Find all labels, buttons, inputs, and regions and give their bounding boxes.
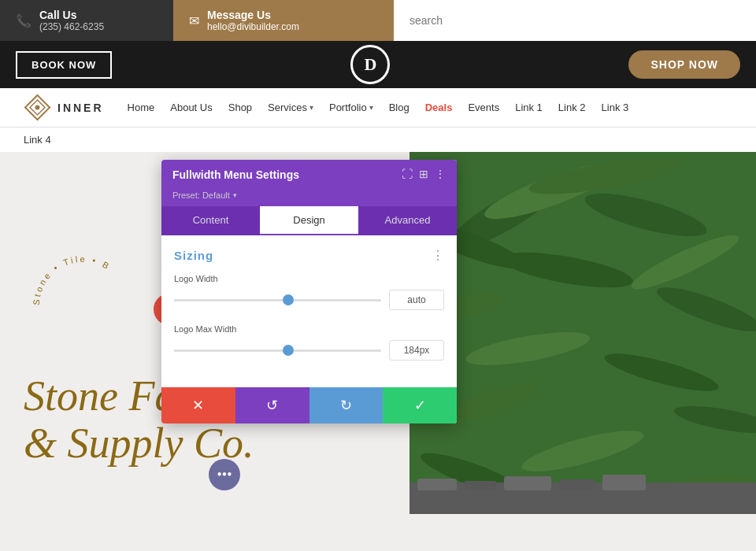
panel-preset[interactable]: Preset: Default ▾ <box>161 189 457 206</box>
tab-content[interactable]: Content <box>161 206 260 235</box>
logo-max-width-controls <box>174 340 444 361</box>
services-chevron: ▾ <box>309 88 313 128</box>
logo-max-width-slider[interactable] <box>174 349 381 352</box>
logo-max-width-input[interactable] <box>389 340 444 361</box>
book-now-button[interactable]: BOOK NOW <box>16 51 112 79</box>
svg-point-0 <box>35 105 40 110</box>
logo-icon <box>24 94 51 121</box>
panel-tabs: Content Design Advanced <box>161 206 457 235</box>
phone-label: Call Us <box>39 9 104 21</box>
search-area[interactable] <box>394 0 756 41</box>
plant-image <box>410 152 756 514</box>
logo-width-slider[interactable] <box>174 299 381 301</box>
nav-item-portfolio[interactable]: Portfolio ▾ <box>321 88 381 128</box>
email-icon: ✉ <box>189 13 199 28</box>
nav-item-deals[interactable]: Deals <box>417 88 461 128</box>
divi-logo: D <box>350 45 390 84</box>
email-contact: ✉ Message Us hello@divibuilder.com <box>173 0 394 41</box>
nav-logo-text: INNER <box>57 102 104 114</box>
nav-item-link3[interactable]: Link 3 <box>594 88 637 128</box>
header-bar: BOOK NOW D SHOP NOW <box>0 41 756 88</box>
tab-design[interactable]: Design <box>260 206 358 235</box>
logo-width-thumb[interactable] <box>283 294 294 305</box>
section-header-sizing: Sizing ⋮ <box>174 248 444 263</box>
nav-item-link1[interactable]: Link 1 <box>507 88 550 128</box>
cancel-icon: ✕ <box>192 397 204 414</box>
section-title-sizing: Sizing <box>174 249 213 262</box>
svg-rect-23 <box>602 475 646 490</box>
email-label: Message Us <box>207 9 299 21</box>
nav-item-blog[interactable]: Blog <box>381 88 417 128</box>
phone-contact: 📞 Call Us (235) 462-6235 <box>0 0 173 41</box>
undo-icon: ↺ <box>266 397 278 414</box>
search-input[interactable] <box>410 14 740 27</box>
logo-width-controls <box>174 290 444 310</box>
email-text: Message Us hello@divibuilder.com <box>207 9 299 32</box>
undo-button[interactable]: ↺ <box>235 387 309 423</box>
top-bar: 📞 Call Us (235) 462-6235 ✉ Message Us he… <box>0 0 756 41</box>
nav-item-services[interactable]: Services ▾ <box>260 88 321 128</box>
logo-width-label: Logo Width <box>174 274 444 283</box>
nav-item-shop[interactable]: Shop <box>220 88 260 128</box>
more-icon[interactable]: ⋮ <box>435 168 446 181</box>
settings-panel: Fullwidth Menu Settings ⛶ ⊞ ⋮ Preset: De… <box>161 160 457 423</box>
plant-svg <box>410 152 756 514</box>
fab-icon: ••• <box>217 467 232 483</box>
svg-rect-20 <box>465 481 496 490</box>
nav-items: Home About Us Shop Services ▾ Portfolio … <box>120 88 637 128</box>
nav-item-link2[interactable]: Link 2 <box>550 88 594 128</box>
logo-width-input[interactable] <box>389 290 444 310</box>
email-address: hello@divibuilder.com <box>207 21 299 32</box>
panel-body: Sizing ⋮ Logo Width Logo Max Width <box>161 235 457 387</box>
logo-width-field: Logo Width <box>174 274 444 310</box>
grid-icon[interactable]: ⊞ <box>419 168 428 181</box>
nav-bar: INNER Home About Us Shop Services ▾ Port… <box>0 88 756 128</box>
confirm-icon: ✓ <box>414 397 426 414</box>
nav-item-link4[interactable]: Link 4 <box>24 134 51 146</box>
redo-icon: ↻ <box>340 397 352 414</box>
nav-item-events[interactable]: Events <box>460 88 507 128</box>
logo-max-width-field: Logo Max Width <box>174 324 444 361</box>
logo-max-width-label: Logo Max Width <box>174 324 444 334</box>
fullscreen-icon[interactable]: ⛶ <box>402 168 413 181</box>
tab-advanced[interactable]: Advanced <box>358 206 457 235</box>
panel-title: Fullwidth Menu Settings <box>172 168 299 181</box>
phone-number: (235) 462-6235 <box>39 21 104 32</box>
svg-rect-22 <box>559 479 595 490</box>
logo-max-width-thumb[interactable] <box>283 345 294 356</box>
svg-rect-19 <box>417 479 457 490</box>
section-more-icon[interactable]: ⋮ <box>432 248 444 263</box>
fab-button[interactable]: ••• <box>209 459 240 490</box>
portfolio-chevron: ▾ <box>369 88 373 128</box>
nav-item-about[interactable]: About Us <box>162 88 220 128</box>
preset-chevron: ▾ <box>233 191 237 199</box>
redo-button[interactable]: ↻ <box>309 387 384 423</box>
confirm-button[interactable]: ✓ <box>383 387 457 423</box>
cancel-button[interactable]: ✕ <box>161 387 235 423</box>
sub-nav: Link 4 <box>0 128 756 152</box>
nav-item-home[interactable]: Home <box>120 88 163 128</box>
circular-text: Stone • Tile • B <box>24 246 142 364</box>
panel-header-icons: ⛶ ⊞ ⋮ <box>402 168 446 181</box>
svg-rect-21 <box>504 476 551 490</box>
main-content: Stone • Tile • B ifornia Stone Factory &… <box>0 152 756 514</box>
shop-now-button[interactable]: SHOP NOW <box>628 50 740 79</box>
panel-footer: ✕ ↺ ↻ ✓ <box>161 387 457 423</box>
phone-text: Call Us (235) 462-6235 <box>39 9 104 32</box>
phone-icon: 📞 <box>16 13 32 28</box>
preset-label: Preset: Default <box>172 190 230 200</box>
panel-header: Fullwidth Menu Settings ⛶ ⊞ ⋮ <box>161 160 457 189</box>
svg-text:Stone • Tile • B: Stone • Tile • B <box>32 254 113 305</box>
nav-logo: INNER <box>24 94 104 121</box>
